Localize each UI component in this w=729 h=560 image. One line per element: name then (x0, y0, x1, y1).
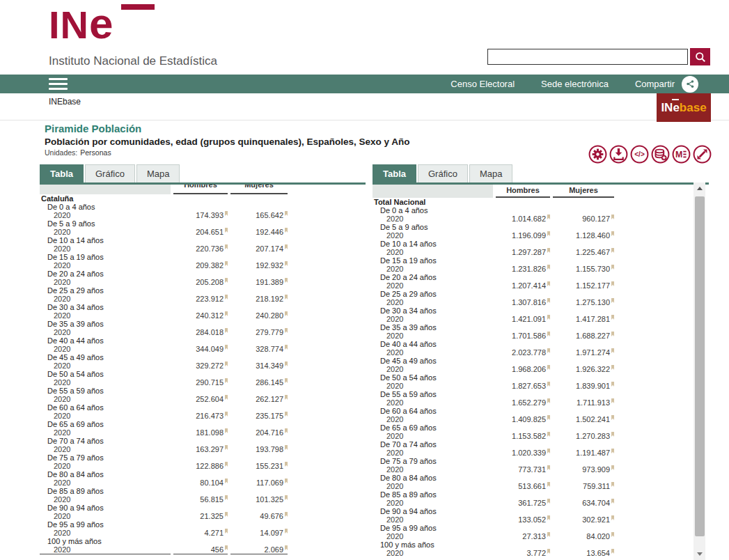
footnote-mark[interactable] (611, 215, 614, 219)
settings-icon[interactable] (588, 145, 607, 164)
tab-grafico[interactable]: Gráfico (418, 164, 468, 182)
footnote-mark[interactable] (547, 248, 550, 253)
footnote-mark[interactable] (225, 311, 228, 316)
footnote-mark[interactable] (611, 365, 614, 370)
footnote-mark[interactable] (547, 365, 550, 370)
footnote-mark[interactable] (611, 532, 614, 537)
ine-logo[interactable]: INe (49, 3, 113, 46)
footnote-mark[interactable] (225, 378, 228, 383)
footnote-mark[interactable] (225, 295, 228, 300)
footnote-mark[interactable] (611, 482, 614, 487)
footnote-mark[interactable] (225, 244, 228, 249)
footnote-mark[interactable] (611, 332, 614, 336)
tab-tabla[interactable]: Tabla (373, 164, 416, 182)
code-export-icon[interactable]: </> (630, 145, 649, 164)
footnote-mark[interactable] (285, 261, 288, 266)
footnote-mark[interactable] (611, 515, 614, 520)
scroll-down-arrow[interactable] (693, 548, 705, 560)
footnote-mark[interactable] (225, 412, 228, 417)
scrollbar[interactable] (693, 182, 705, 560)
tab-tabla[interactable]: Tabla (40, 164, 84, 182)
footnote-mark[interactable] (611, 398, 614, 403)
footnote-mark[interactable] (611, 298, 614, 303)
footnote-mark[interactable] (285, 244, 288, 249)
footnote-mark[interactable] (285, 445, 288, 450)
footnote-mark[interactable] (547, 398, 550, 403)
tab-mapa[interactable]: Mapa (136, 164, 180, 182)
footnote-mark[interactable] (611, 248, 614, 253)
footnote-mark[interactable] (547, 281, 550, 286)
footnote-mark[interactable] (547, 415, 550, 420)
footnote-mark[interactable] (611, 265, 614, 270)
nav-compartir[interactable]: Compartir (635, 79, 675, 89)
footnote-mark[interactable] (285, 378, 288, 383)
footnote-mark[interactable] (611, 415, 614, 420)
metadata-icon[interactable]: M (672, 145, 691, 164)
nav-sede-electronica[interactable]: Sede electrónica (541, 79, 609, 89)
footnote-mark[interactable] (285, 412, 288, 417)
tab-mapa[interactable]: Mapa (469, 164, 513, 182)
footnote-mark[interactable] (285, 545, 288, 550)
footnote-mark[interactable] (547, 532, 550, 537)
footnote-mark[interactable] (225, 261, 228, 266)
footnote-mark[interactable] (285, 462, 288, 467)
search-button[interactable] (690, 48, 710, 65)
footnote-mark[interactable] (611, 432, 614, 437)
footnote-mark[interactable] (285, 211, 288, 216)
footnote-mark[interactable] (285, 428, 288, 433)
footnote-mark[interactable] (225, 278, 228, 283)
scrollbar-thumb[interactable] (695, 196, 705, 536)
share-icon[interactable] (682, 76, 698, 93)
menu-icon[interactable] (49, 78, 68, 90)
footnote-mark[interactable] (285, 228, 288, 233)
footnote-mark[interactable] (547, 432, 550, 437)
fullscreen-icon[interactable] (693, 145, 712, 164)
footnote-mark[interactable] (547, 265, 550, 270)
footnote-mark[interactable] (611, 348, 614, 353)
nav-censo-electoral[interactable]: Censo Electoral (450, 79, 515, 89)
footnote-mark[interactable] (547, 332, 550, 336)
footnote-mark[interactable] (225, 211, 228, 216)
footnote-mark[interactable] (611, 315, 614, 320)
footnote-mark[interactable] (285, 512, 288, 517)
database-add-icon[interactable] (651, 145, 670, 164)
footnote-mark[interactable] (285, 295, 288, 300)
footnote-mark[interactable] (225, 361, 228, 366)
footnote-mark[interactable] (225, 428, 228, 433)
footnote-mark[interactable] (547, 215, 550, 219)
page-title[interactable]: Piramide Población (45, 123, 141, 134)
footnote-mark[interactable] (611, 281, 614, 286)
footnote-mark[interactable] (611, 449, 614, 453)
footnote-mark[interactable] (285, 395, 288, 400)
tab-grafico[interactable]: Gráfico (85, 164, 135, 182)
inebase-logo[interactable]: INebase (657, 93, 711, 122)
footnote-mark[interactable] (225, 529, 228, 534)
footnote-mark[interactable] (285, 529, 288, 534)
footnote-mark[interactable] (225, 462, 228, 467)
footnote-mark[interactable] (611, 231, 614, 236)
footnote-mark[interactable] (285, 311, 288, 316)
footnote-mark[interactable] (225, 345, 228, 350)
footnote-mark[interactable] (611, 382, 614, 387)
footnote-mark[interactable] (225, 228, 228, 233)
footnote-mark[interactable] (225, 512, 228, 517)
footnote-mark[interactable] (225, 479, 228, 483)
footnote-mark[interactable] (225, 445, 228, 450)
footnote-mark[interactable] (547, 298, 550, 303)
footnote-mark[interactable] (547, 465, 550, 470)
footnote-mark[interactable] (225, 328, 228, 333)
footnote-mark[interactable] (611, 549, 614, 554)
footnote-mark[interactable] (285, 345, 288, 350)
footnote-mark[interactable] (611, 499, 614, 504)
scroll-up-arrow[interactable] (693, 182, 705, 194)
footnote-mark[interactable] (547, 482, 550, 487)
footnote-mark[interactable] (225, 395, 228, 400)
footnote-mark[interactable] (547, 549, 550, 554)
footnote-mark[interactable] (285, 278, 288, 283)
footnote-mark[interactable] (225, 545, 228, 550)
footnote-mark[interactable] (547, 348, 550, 353)
breadcrumb[interactable]: INEbase (49, 97, 81, 107)
footnote-mark[interactable] (611, 465, 614, 470)
footnote-mark[interactable] (547, 231, 550, 236)
footnote-mark[interactable] (225, 495, 228, 500)
